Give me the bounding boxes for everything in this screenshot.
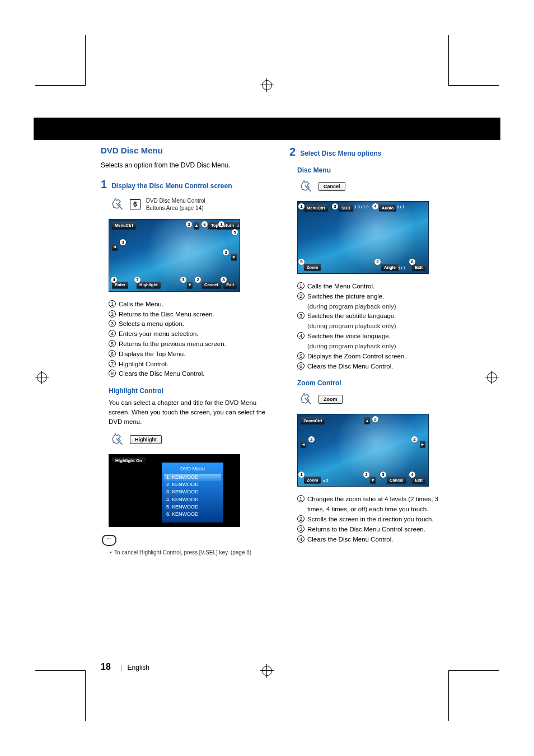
dvd-menu-item[interactable]: 4. KENWOOD <box>166 496 219 503</box>
menuctrl-screenshot: MenuCtrl 3 ▴ 6 Top 1 Menu 5 Return ◂ 3 ▸… <box>109 219 240 292</box>
ss-menuctrl-label[interactable]: MenuCtrl <box>112 222 136 229</box>
ss-sub-btn[interactable]: SUB <box>339 204 353 211</box>
disc-menu-screenshot: 1 MenuCtrl 3 SUB 1 0 / 1 0 4 Audio 1 / 1… <box>297 201 429 274</box>
touch-zoom-row: Zoom <box>297 391 456 407</box>
disc-menu-subtitle: Disc Menu <box>297 166 456 174</box>
callout-3: 3 <box>186 221 192 227</box>
callout-2: 2 <box>374 259 381 265</box>
registration-mark <box>485 371 499 384</box>
touch-caption: DVD Disc Menu Control Buttons Area (page… <box>146 197 224 212</box>
ss-right-arrow[interactable]: ▸ <box>231 254 237 260</box>
ss-zoom-btn[interactable]: Zoom <box>304 264 321 270</box>
list-item: 3Selects a menu option. <box>109 319 267 329</box>
dvd-menu-item[interactable]: 5. KENWOOD <box>166 503 219 511</box>
registration-mark <box>260 78 274 92</box>
crop-mark <box>448 35 499 86</box>
touch-area-number: 6 <box>130 199 140 209</box>
list-item: 3Returns to the Disc Menu Control screen… <box>297 525 456 535</box>
ss-cancel-btn[interactable]: Cancel <box>202 282 221 288</box>
hand-icon <box>297 179 313 194</box>
zoom-button[interactable]: Zoom <box>318 395 343 404</box>
callout-3c: 3 <box>223 249 229 255</box>
hand-icon <box>109 197 124 212</box>
list-item: 6Clears the Disc Menu Control. <box>297 362 456 372</box>
callout-2: 2 <box>372 416 378 422</box>
ss-right-arrow[interactable]: ▸ <box>420 441 425 447</box>
touch-instruction: 6 DVD Disc Menu Control Buttons Area (pa… <box>109 197 267 212</box>
ss-exit-btn[interactable]: Exit <box>223 282 237 288</box>
ss-down-arrow[interactable]: ▾ <box>187 282 193 288</box>
list-item: 2Returns to the Disc Menu screen. <box>109 310 267 320</box>
page-number: 18 <box>101 662 111 671</box>
step-title: Display the Disc Menu Control screen <box>111 182 232 190</box>
list-item: 4Clears the Disc Menu Control. <box>297 535 456 545</box>
highlight-title: Highlight Control <box>109 387 267 395</box>
cancel-button[interactable]: Cancel <box>318 182 345 191</box>
callout-3: 3 <box>380 472 386 478</box>
ss-down-arrow[interactable]: ▾ <box>370 477 376 483</box>
callout-4: 4 <box>111 277 117 283</box>
list-item: 1Calls the Menu Control. <box>297 282 456 292</box>
dvd-menu-item[interactable]: 6. KENWOOD <box>166 511 219 518</box>
callout-3b: 3 <box>120 239 126 245</box>
note-text: To cancel Highlight Control, press [V.SE… <box>110 549 267 556</box>
right-column: 2 Select Disc Menu options Disc Menu Can… <box>289 146 456 556</box>
ss-left-arrow[interactable]: ◂ <box>301 441 306 447</box>
list-item: 3Switches the subtitle language.(during … <box>297 311 456 332</box>
page-language: English <box>128 664 149 671</box>
dvd-menu-panel[interactable]: DVD Menu 1. KENWOOD 2. KENWOOD 3. KENWOO… <box>162 463 223 522</box>
dvd-menu-screenshot: Highlight On DVD Menu 1. KENWOOD 2. KENW… <box>109 454 240 527</box>
ss-cancel-btn[interactable]: Cancel <box>387 477 406 483</box>
callout-5: 5 <box>232 229 238 235</box>
menuctrl-legend: 1Calls the Menu. 2Returns to the Disc Me… <box>109 300 267 380</box>
header-bar <box>34 118 500 140</box>
dvd-menu-item[interactable]: 1. KENWOOD <box>164 474 221 481</box>
ss-audio-btn[interactable]: Audio <box>379 204 396 211</box>
registration-mark <box>260 664 274 678</box>
note-icon <box>102 535 116 546</box>
list-item: 1Changes the zoom ratio at 4 levels (2 t… <box>297 494 456 515</box>
hand-icon <box>109 432 124 447</box>
ss-zoomctrl-label[interactable]: ZoomCtrl <box>301 417 325 424</box>
list-item: 5Displays the Zoom Control screen. <box>297 352 456 362</box>
callout-5: 5 <box>298 259 305 265</box>
ss-highlight-btn[interactable]: Highlight <box>137 282 161 288</box>
highlight-description: You can select a chapter and title for t… <box>109 398 267 426</box>
ss-left-arrow[interactable]: ◂ <box>112 244 118 250</box>
list-item: 6Displays the Top Menu. <box>109 349 267 360</box>
ss-up-arrow[interactable]: ▴ <box>364 417 370 424</box>
callout-1: 1 <box>298 203 305 209</box>
ss-exit-btn[interactable]: Exit <box>412 264 425 270</box>
highlight-button[interactable]: Highlight <box>130 435 162 444</box>
list-item: 7Highlight Control. <box>109 360 267 370</box>
ss-up-arrow[interactable]: ▴ <box>194 222 199 229</box>
callout-6: 6 <box>409 259 415 265</box>
ss-angle-btn[interactable]: Angle <box>381 264 399 270</box>
ss-zoom-btn[interactable]: Zoom <box>304 477 321 483</box>
dvd-menu-item[interactable]: 2. KENWOOD <box>166 481 219 488</box>
ss-exit-btn[interactable]: Exit <box>412 477 425 483</box>
page-footer: 18 | English <box>101 662 149 672</box>
dvd-menu-item[interactable]: 3. KENWOOD <box>166 488 219 496</box>
ss-menuctrl-btn[interactable]: MenuCtrl <box>304 204 328 211</box>
ss-angle-value: 1 / 1 <box>398 266 406 270</box>
disc-menu-legend: 1Calls the Menu Control. 2Switches the p… <box>297 282 456 371</box>
registration-mark <box>35 371 49 384</box>
ss-audio-value: 1 / 1 <box>397 205 405 209</box>
ss-sub-value: 1 0 / 1 0 <box>354 205 368 209</box>
zoom-control-title: Zoom Control <box>297 379 456 387</box>
list-item: 2Scrolls the screen in the direction you… <box>297 515 456 525</box>
hand-icon <box>297 391 313 407</box>
callout-2b: 2 <box>308 436 315 442</box>
dvd-menu-title: DVD Menu <box>166 465 219 473</box>
step-2-header: 2 Select Disc Menu options <box>289 146 456 158</box>
callout-4: 4 <box>372 203 378 209</box>
touch-cancel-row: Cancel <box>297 179 456 194</box>
callout-7: 7 <box>134 277 140 283</box>
crop-mark <box>35 35 86 86</box>
callout-8: 8 <box>221 277 227 283</box>
list-item: 4Enters your menu selection. <box>109 329 267 339</box>
list-item: 2Switches the picture angle.(during prog… <box>297 292 456 312</box>
step-number: 1 <box>101 178 107 191</box>
step-title: Select Disc Menu options <box>300 150 381 157</box>
